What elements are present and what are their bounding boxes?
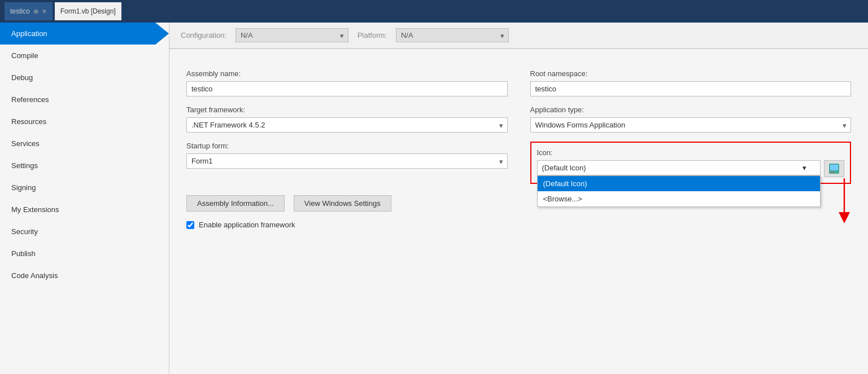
target-framework-select-wrapper: .NET Framework 4.5.2	[186, 117, 508, 133]
svg-rect-2	[830, 171, 834, 173]
target-framework-select[interactable]: .NET Framework 4.5.2	[186, 117, 508, 133]
enable-framework-checkbox[interactable]	[186, 221, 194, 229]
icon-option-default[interactable]: (Default Icon)	[538, 176, 821, 191]
content-area: Configuration: N/A Platform: N/A Assembl…	[169, 23, 868, 374]
close-icon[interactable]: ✕	[42, 8, 47, 15]
sidebar-item-my-extensions[interactable]: My Extensions	[0, 199, 169, 221]
startup-form-group: Startup form: Form1	[186, 142, 508, 184]
icon-label: Icon:	[537, 148, 845, 157]
startup-form-select[interactable]: Form1	[186, 153, 508, 169]
sidebar-item-application[interactable]: Application	[0, 23, 169, 45]
icon-row: (Default Icon) ▾ (Default Icon) <Browse.…	[537, 160, 845, 177]
root-namespace-label: Root namespace:	[530, 69, 852, 78]
sidebar: Application Compile Debug References Res…	[0, 23, 169, 374]
platform-select[interactable]: N/A	[396, 28, 509, 42]
svg-rect-1	[830, 165, 838, 170]
chevron-down-icon: ▾	[802, 164, 806, 172]
configuration-label: Configuration:	[181, 31, 226, 39]
main-layout: Application Compile Debug References Res…	[0, 23, 868, 374]
sidebar-item-security-label: Security	[11, 227, 38, 236]
root-namespace-input[interactable]	[530, 81, 852, 96]
sidebar-item-security[interactable]: Security	[0, 221, 169, 243]
divider	[169, 49, 868, 49]
root-namespace-group: Root namespace:	[530, 69, 852, 96]
sidebar-item-compile-label: Compile	[11, 51, 38, 60]
tab-testico[interactable]: testico ⊕ ✕	[5, 2, 53, 20]
sidebar-item-my-extensions-label: My Extensions	[11, 205, 59, 214]
startup-form-select-wrapper: Form1	[186, 153, 508, 169]
sidebar-item-services[interactable]: Services	[0, 133, 169, 155]
icon-preview-svg	[828, 162, 840, 175]
sidebar-item-publish[interactable]: Publish	[0, 243, 169, 265]
startup-form-label: Startup form:	[186, 142, 508, 150]
icon-selected-value: (Default Icon)	[542, 164, 586, 172]
config-bar: Configuration: N/A Platform: N/A	[169, 23, 868, 49]
icon-group: Icon: (Default Icon) ▾ (Default Icon)	[530, 142, 852, 184]
assembly-name-group: Assembly name:	[186, 69, 508, 96]
configuration-select-wrapper: N/A	[235, 28, 348, 42]
tab-testico-label: testico	[10, 7, 30, 15]
application-type-group: Application type: Windows Forms Applicat…	[530, 105, 852, 133]
enable-framework-row: Enable application framework	[186, 221, 851, 229]
sidebar-item-resources[interactable]: Resources	[0, 111, 169, 133]
view-windows-settings-button[interactable]: View Windows Settings	[294, 195, 391, 212]
tab-form1-design[interactable]: Form1.vb [Design]	[55, 2, 121, 20]
icon-option-default-label: (Default Icon)	[543, 179, 587, 188]
platform-label: Platform:	[357, 31, 387, 39]
sidebar-item-references-label: References	[11, 95, 49, 104]
sidebar-item-signing[interactable]: Signing	[0, 177, 169, 199]
sidebar-item-application-label: Application	[11, 29, 47, 38]
assembly-name-label: Assembly name:	[186, 69, 508, 78]
icon-select-display[interactable]: (Default Icon) ▾	[537, 160, 821, 175]
sidebar-item-compile[interactable]: Compile	[0, 45, 169, 67]
sidebar-item-code-analysis-label: Code Analysis	[11, 271, 58, 280]
application-type-select[interactable]: Windows Forms Application	[530, 117, 852, 133]
sidebar-item-resources-label: Resources	[11, 117, 46, 126]
sidebar-item-settings[interactable]: Settings	[0, 155, 169, 177]
configuration-select[interactable]: N/A	[235, 28, 348, 42]
icon-preview-button[interactable]	[824, 160, 844, 177]
icon-dropdown-wrapper: (Default Icon) ▾ (Default Icon) <Browse.…	[537, 160, 821, 175]
form-row-3: Startup form: Form1 Icon: (Default Icon)…	[186, 142, 851, 184]
sidebar-item-debug-label: Debug	[11, 73, 33, 82]
assembly-information-button[interactable]: Assembly Information...	[186, 195, 285, 212]
sidebar-item-signing-label: Signing	[11, 183, 36, 192]
application-type-label: Application type:	[530, 105, 852, 114]
icon-option-browse[interactable]: <Browse...>	[538, 191, 821, 206]
application-type-select-wrapper: Windows Forms Application	[530, 117, 852, 133]
form-content: Assembly name: Root namespace: Target fr…	[169, 58, 868, 240]
sidebar-item-debug[interactable]: Debug	[0, 67, 169, 89]
form-row-1: Assembly name: Root namespace:	[186, 69, 851, 96]
sidebar-item-references[interactable]: References	[0, 89, 169, 111]
tab-form1-label: Form1.vb [Design]	[60, 7, 116, 15]
sidebar-item-code-analysis[interactable]: Code Analysis	[0, 265, 169, 287]
icon-section: Icon: (Default Icon) ▾ (Default Icon)	[530, 142, 852, 184]
sidebar-item-settings-label: Settings	[11, 161, 38, 170]
platform-select-wrapper: N/A	[396, 28, 509, 42]
icon-option-browse-label: <Browse...>	[543, 195, 582, 203]
pin-icon[interactable]: ⊕	[33, 8, 38, 15]
target-framework-label: Target framework:	[186, 105, 508, 114]
form-row-2: Target framework: .NET Framework 4.5.2 A…	[186, 105, 851, 133]
assembly-name-input[interactable]	[186, 81, 508, 96]
enable-framework-label: Enable application framework	[199, 221, 295, 229]
sidebar-item-services-label: Services	[11, 139, 40, 148]
title-bar: testico ⊕ ✕ Form1.vb [Design]	[0, 0, 868, 23]
target-framework-group: Target framework: .NET Framework 4.5.2	[186, 105, 508, 133]
icon-dropdown-list: (Default Icon) <Browse...>	[537, 175, 821, 207]
sidebar-item-publish-label: Publish	[11, 249, 36, 258]
